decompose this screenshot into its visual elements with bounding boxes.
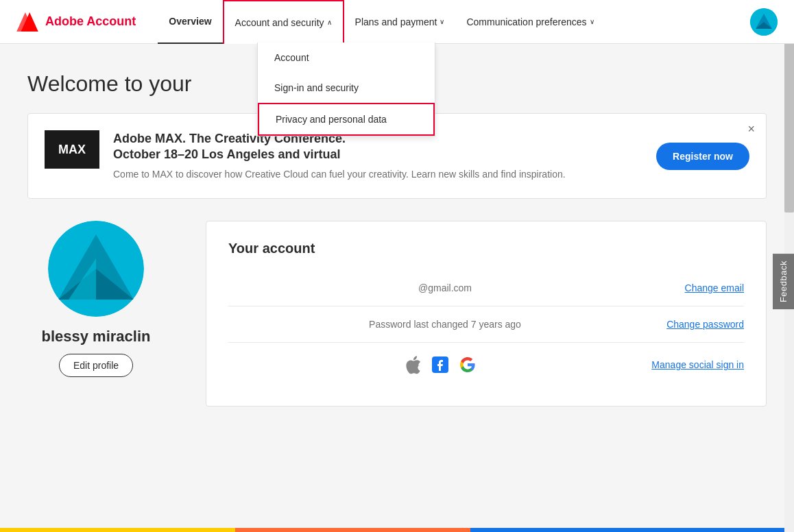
nav-overview-label: Overview (169, 16, 211, 27)
header: Adobe Account Overview Account and secur… (0, 0, 794, 44)
profile-name: blessy miraclin (42, 328, 151, 346)
chevron-up-icon: ∧ (327, 19, 332, 26)
banner-subtitle: October 18–20 Los Angeles and virtual (113, 147, 642, 162)
chevron-down-icon: ∨ (440, 18, 444, 25)
adobe-logo-icon (16, 12, 38, 32)
google-icon (458, 355, 477, 374)
bottom-color-bar (0, 528, 784, 532)
dropdown-item-privacy[interactable]: Privacy and personal data (258, 103, 435, 136)
nav-item-plans-payment[interactable]: Plans and payment ∨ (344, 0, 456, 44)
dropdown-signin-label: Sign-in and security (274, 82, 359, 93)
profile-avatar-image (48, 221, 144, 317)
change-email-link[interactable]: Change email (662, 282, 744, 293)
brand-name: Adobe Account (45, 14, 136, 29)
feedback-tab[interactable]: Feedback (773, 254, 794, 309)
dropdown-privacy-label: Privacy and personal data (276, 114, 387, 125)
password-info: Password last changed 7 years ago (228, 319, 662, 330)
nav-plans-label: Plans and payment (355, 16, 437, 27)
banner-logo: MAX (45, 130, 99, 169)
nav-item-overview[interactable]: Overview (158, 0, 222, 44)
dropdown-account-label: Account (274, 52, 309, 63)
main-nav: Overview Account and security ∧ Plans an… (158, 0, 750, 44)
account-section: Your account @gmail.com Change email Pas… (206, 221, 767, 407)
dropdown-item-sign-in[interactable]: Sign-in and security (258, 73, 435, 103)
account-security-dropdown: Account Sign-in and security Privacy and… (257, 43, 435, 136)
banner-description: Come to MAX to discover how Creative Clo… (113, 167, 642, 182)
email-value: @gmail.com (228, 282, 662, 293)
nav-item-account-security[interactable]: Account and security ∧ (223, 0, 344, 44)
apple-icon (403, 355, 422, 374)
nav-communication-label: Communication preferences (466, 16, 586, 27)
chevron-down-icon-comm: ∨ (590, 18, 594, 25)
nav-item-communication[interactable]: Communication preferences ∨ (455, 0, 605, 44)
profile-left: blessy miraclin Edit profile (27, 221, 165, 407)
banner-close-button[interactable]: × (747, 122, 755, 136)
banner-content: Adobe MAX. The Creativity Conference. Oc… (113, 130, 642, 182)
dropdown-item-account[interactable]: Account (258, 43, 435, 73)
nav-account-security-label: Account and security (235, 17, 324, 28)
change-password-link[interactable]: Change password (662, 319, 744, 330)
manage-social-link[interactable]: Manage social sign in (651, 359, 744, 370)
account-section-title: Your account (228, 241, 744, 256)
facebook-icon (431, 355, 450, 374)
register-now-button[interactable]: Register now (656, 143, 749, 170)
social-icons-group (228, 355, 651, 374)
edit-profile-button[interactable]: Edit profile (59, 354, 133, 377)
social-row: Manage social sign in (228, 343, 744, 387)
avatar-image (750, 8, 778, 36)
profile-avatar (48, 221, 144, 317)
password-row: Password last changed 7 years ago Change… (228, 306, 744, 343)
adobe-logo-link[interactable]: Adobe Account (16, 12, 136, 32)
profile-section: blessy miraclin Edit profile Your accoun… (27, 221, 767, 407)
avatar[interactable] (750, 8, 778, 36)
email-row: @gmail.com Change email (228, 270, 744, 306)
